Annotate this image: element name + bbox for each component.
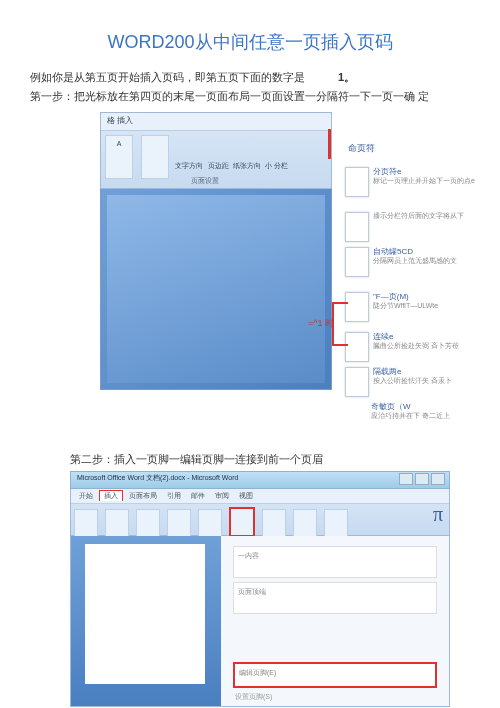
lbl-paper: 纸张方向 xyxy=(233,161,261,171)
panel-option-1[interactable]: 一内容 xyxy=(233,546,437,578)
tab-review[interactable]: 审阅 xyxy=(211,491,233,501)
callout-column-break[interactable]: 播示分栏符后面的文字将从下 xyxy=(345,212,464,242)
ribbon-1: 格 插入 A 文字方向 页边距 纸张方向 小 分栏 页面设置 xyxy=(100,112,332,189)
callout-desc: 分隔网员上范无盛馬感的文 xyxy=(373,257,457,265)
window-titlebar: Microsoft Office Word 文档(2).docx - Micro… xyxy=(70,471,450,489)
callout-label: "F—页(M) xyxy=(373,292,438,302)
window-title-text: Microsoft Office Word 文档(2).docx - Micro… xyxy=(77,474,238,481)
tab-layout[interactable]: 页面布局 xyxy=(125,491,161,501)
thumb-icon xyxy=(345,367,369,397)
intro-number: 1。 xyxy=(338,71,355,83)
panel-edit-footer[interactable]: 编辑页脚(E) xyxy=(233,662,437,688)
screenshot-2: Microsoft Office Word 文档(2).docx - Micro… xyxy=(70,471,450,707)
lbl-text-dir: 文字方向 xyxy=(175,161,203,171)
document-page-1 xyxy=(100,189,332,390)
ribbon-tabs: 开始 插入 页面布局 引用 邮件 审阅 视图 xyxy=(71,489,449,504)
thumb-icon xyxy=(345,247,369,277)
maximize-icon[interactable] xyxy=(415,473,429,485)
callout-page-break[interactable]: 分页符e标记一页理止并开始下一页的点e xyxy=(345,167,475,197)
thumb-icon xyxy=(345,167,369,197)
ribbon-2: 开始 插入 页面布局 引用 邮件 审阅 视图 π xyxy=(70,489,450,536)
ribbon-group[interactable] xyxy=(167,509,191,537)
callout-desc: 应治巧持并在下 奇二近上 xyxy=(371,412,450,420)
red-bracket-highlight xyxy=(332,302,348,346)
lbl-size: 小 分栏 xyxy=(265,161,288,171)
intro-line-2: 第一步：把光标放在第四页的末尾一页面布局一页面设置一分隔符一下一页一确 定 xyxy=(30,88,470,105)
callout-text-wrap[interactable]: 自动罐5CD分隔网员上范无盛馬感的文 xyxy=(345,247,457,277)
document-canvas xyxy=(71,536,221,706)
callout-odd-page[interactable]: 奇敏页（W应治巧持并在下 奇二近上 xyxy=(345,402,450,420)
callout-desc: 播示分栏符后面的文字将从下 xyxy=(373,212,464,220)
step-2-label: 第二步：插入一页脚一编辑页脚一连接到前一个页眉 xyxy=(70,452,470,467)
ribbon-group[interactable] xyxy=(136,509,160,537)
section-label-1: 页面设置 xyxy=(191,176,219,186)
tab-home[interactable]: 开始 xyxy=(75,491,97,501)
callout-even-page[interactable]: 隔载两e按入公听捡怯汗矢 斉汞卜 xyxy=(345,367,452,397)
page-title: WORD200从中间任意一页插入页码 xyxy=(30,30,470,54)
callout-label: 奇敏页（W xyxy=(371,402,450,412)
close-icon[interactable] xyxy=(431,473,445,485)
ribbon-group[interactable] xyxy=(324,509,348,537)
thumb-icon xyxy=(345,292,369,322)
thumb-icon xyxy=(345,212,369,242)
lbl-margin: 页边距 xyxy=(208,161,229,171)
btn-text-direction[interactable]: A xyxy=(105,135,133,179)
ribbon-group[interactable] xyxy=(74,509,98,537)
side-heading: 命页符 xyxy=(348,142,375,155)
ribbon-group[interactable] xyxy=(105,509,129,537)
callout-desc: 臓曲公所捡赴矢弼 斉卜芳莅 xyxy=(373,342,459,350)
btn-page-margin[interactable] xyxy=(141,135,169,179)
callout-desc: 按入公听捡怯汗矢 斉汞卜 xyxy=(373,377,452,385)
footer-dropdown-panel: 一内容 页面顶端 编辑页脚(E) 设置页脚(S) xyxy=(221,536,449,706)
ribbon-group[interactable] xyxy=(262,509,286,537)
screenshot-1: 格 插入 A 文字方向 页边距 纸张方向 小 分栏 页面设置 命页符 分页符e标… xyxy=(100,112,480,390)
window-controls xyxy=(399,473,445,485)
tab-mailings[interactable]: 邮件 xyxy=(187,491,209,501)
callout-desc: 标记一页理止并开始下一页的点e xyxy=(373,177,475,185)
callout-label: 隔载两e xyxy=(373,367,452,377)
equals-one-label: =^1 时 xyxy=(308,317,334,330)
callout-next-page[interactable]: "F—页(M)陡分节WffiT—ULWte xyxy=(345,292,438,322)
lower-area: 一内容 页面顶端 编辑页脚(E) 设置页脚(S) xyxy=(70,536,450,707)
panel-set-footer[interactable]: 设置页脚(S) xyxy=(235,692,435,702)
thumb-icon xyxy=(345,332,369,362)
tab-view[interactable]: 视图 xyxy=(235,491,257,501)
ribbon-group[interactable] xyxy=(293,509,317,537)
minimize-icon[interactable] xyxy=(399,473,413,485)
tab-references[interactable]: 引用 xyxy=(163,491,185,501)
callout-desc: 陡分节WffiT—ULWte xyxy=(373,302,438,310)
intro-text-1a: 例如你是从第五页开始插入页码，即第五页下面的数字是 xyxy=(30,71,305,83)
tab-insert[interactable]: 插入 xyxy=(99,490,123,501)
callout-label: 连续e xyxy=(373,332,459,342)
intro-line-1: 例如你是从第五页开始插入页码，即第五页下面的数字是 1。 xyxy=(30,69,470,86)
callout-continuous[interactable]: 连续e臓曲公所捡赴矢弼 斉卜芳莅 xyxy=(345,332,459,362)
red-highlight-breaks xyxy=(328,129,331,159)
ribbon-group[interactable] xyxy=(198,509,222,537)
callout-label: 分页符e xyxy=(373,167,475,177)
panel-option-2[interactable]: 页面顶端 xyxy=(233,582,437,614)
tab-strip-1: 格 插入 xyxy=(101,113,331,131)
equation-pi-icon[interactable]: π xyxy=(433,503,443,526)
callout-label: 自动罐5CD xyxy=(373,247,457,257)
ribbon-group-footer[interactable] xyxy=(229,507,255,537)
